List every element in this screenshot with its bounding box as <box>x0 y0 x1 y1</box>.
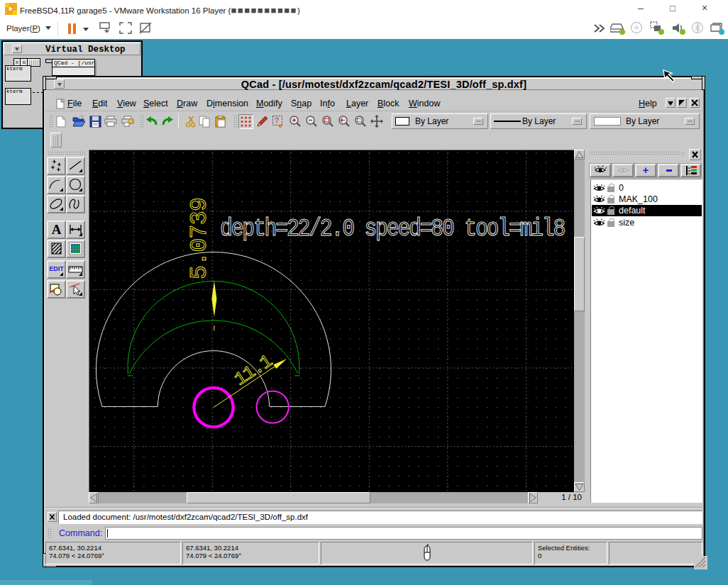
svg-text:5.0739: 5.0739 <box>187 198 213 279</box>
svg-text:depth=22/2.0 speed=80 tool=mil: depth=22/2.0 speed=80 tool=mil8 <box>220 215 565 243</box>
svg-text:?: ? <box>275 116 279 125</box>
